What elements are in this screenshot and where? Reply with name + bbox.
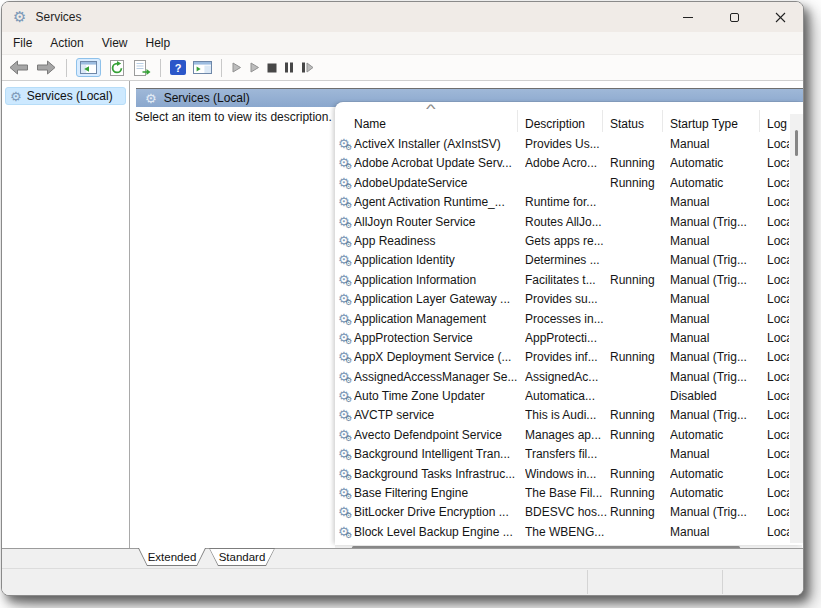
tab-standard-label: Standard bbox=[219, 551, 266, 563]
maximize-button[interactable] bbox=[711, 2, 757, 32]
table-row[interactable]: ⚙⚙ Adobe Acrobat Update Serv... Adobe Ac… bbox=[335, 154, 789, 173]
menu-item[interactable]: Action bbox=[41, 32, 92, 54]
table-row[interactable]: ⚙⚙ Application Layer Gateway ... Provide… bbox=[335, 290, 789, 309]
start-service-button[interactable] bbox=[231, 62, 242, 73]
service-status bbox=[610, 445, 665, 464]
column-header-description[interactable]: Description bbox=[525, 117, 585, 131]
toolbar-separator bbox=[160, 59, 161, 77]
restart-service-button[interactable] bbox=[301, 62, 314, 73]
table-row[interactable]: ⚙⚙ AllJoyn Router Service Routes AllJo..… bbox=[335, 213, 789, 232]
toolbar: ? bbox=[2, 54, 803, 81]
table-row[interactable]: ⚙⚙ App Readiness Gets apps re... Manual … bbox=[335, 232, 789, 251]
menu-item[interactable]: File bbox=[4, 32, 41, 54]
table-row[interactable]: ⚙⚙ Base Filtering Engine The Base Fil...… bbox=[335, 484, 789, 503]
table-row[interactable]: ⚙⚙ Agent Activation Runtime_... Runtime … bbox=[335, 193, 789, 212]
show-console-tree-button[interactable] bbox=[76, 58, 101, 77]
service-startup-type: Disabled bbox=[670, 387, 762, 406]
menu-item[interactable]: Help bbox=[137, 32, 180, 54]
stop-service-button[interactable] bbox=[267, 63, 277, 73]
service-status: Running bbox=[610, 484, 665, 503]
service-gear-icon: ⚙⚙ bbox=[338, 232, 354, 251]
column-header-log-on-as[interactable]: Log bbox=[767, 117, 787, 131]
service-name: Base Filtering Engine bbox=[354, 484, 521, 503]
service-name: Avecto Defendpoint Service bbox=[354, 426, 521, 445]
column-header-name[interactable]: Name bbox=[354, 117, 386, 131]
service-name: AssignedAccessManager Se... bbox=[354, 368, 521, 387]
table-row[interactable]: ⚙⚙ Avecto Defendpoint Service Manages ap… bbox=[335, 426, 789, 445]
table-row[interactable]: ⚙⚙ Application Identity Determines ... M… bbox=[335, 251, 789, 270]
resume-service-button[interactable] bbox=[249, 62, 260, 73]
tab-standard[interactable]: Standard bbox=[209, 548, 275, 566]
header-separator bbox=[602, 110, 603, 132]
service-status: Running bbox=[610, 406, 665, 425]
export-list-button[interactable] bbox=[133, 60, 151, 76]
forward-button[interactable] bbox=[36, 60, 57, 75]
service-description: Runtime for... bbox=[525, 193, 607, 212]
vertical-scrollbar-thumb[interactable] bbox=[795, 130, 798, 156]
service-gear-icon: ⚙⚙ bbox=[338, 406, 354, 425]
service-status: Running bbox=[610, 426, 665, 445]
service-gear-icon: ⚙⚙ bbox=[338, 387, 354, 406]
service-description: AppProtecti... bbox=[525, 329, 607, 348]
table-row[interactable]: ⚙⚙ AVCTP service This is Audi... Running… bbox=[335, 406, 789, 425]
table-row[interactable]: ⚙⚙ Application Management Processes in..… bbox=[335, 310, 789, 329]
back-button[interactable] bbox=[8, 60, 29, 75]
service-rows: ⚙⚙ ActiveX Installer (AxInstSV) Provides… bbox=[335, 135, 789, 545]
table-row[interactable]: ⚙⚙ Background Intelligent Tran... Transf… bbox=[335, 445, 789, 464]
service-status: Running bbox=[610, 271, 665, 290]
service-status bbox=[610, 135, 665, 154]
service-name: Background Intelligent Tran... bbox=[354, 445, 521, 464]
table-row[interactable]: ⚙⚙ AppX Deployment Service (... Provides… bbox=[335, 348, 789, 367]
header-separator bbox=[759, 110, 760, 132]
service-description: Provides inf... bbox=[525, 348, 607, 367]
close-button[interactable] bbox=[757, 2, 803, 32]
table-row[interactable]: ⚙⚙ ActiveX Installer (AxInstSV) Provides… bbox=[335, 135, 789, 154]
table-row[interactable]: ⚙⚙ BitLocker Drive Encryption ... BDESVC… bbox=[335, 503, 789, 522]
show-action-pane-button[interactable] bbox=[193, 61, 212, 74]
service-status bbox=[610, 310, 665, 329]
service-startup-type: Manual bbox=[670, 135, 762, 154]
window-controls bbox=[665, 2, 803, 32]
service-description: The WBENG... bbox=[525, 523, 607, 542]
menu-item[interactable]: View bbox=[93, 32, 137, 54]
help-button[interactable]: ? bbox=[170, 60, 186, 75]
table-row[interactable]: ⚙⚙ AppProtection Service AppProtecti... … bbox=[335, 329, 789, 348]
minimize-button[interactable] bbox=[665, 2, 711, 32]
export-list-icon bbox=[133, 60, 151, 76]
refresh-button[interactable] bbox=[108, 60, 126, 76]
table-row[interactable]: ⚙⚙ Block Level Backup Engine ... The WBE… bbox=[335, 523, 789, 542]
tab-extended[interactable]: Extended bbox=[138, 548, 206, 566]
service-description: Provides Us... bbox=[525, 135, 607, 154]
service-description: Determines ... bbox=[525, 251, 607, 270]
service-description: Provides su... bbox=[525, 290, 607, 309]
table-row[interactable]: ⚙⚙ AdobeUpdateService Running Automatic … bbox=[335, 174, 789, 193]
service-gear-icon: ⚙⚙ bbox=[338, 329, 354, 348]
table-row[interactable]: ⚙⚙ AssignedAccessManager Se... AssignedA… bbox=[335, 368, 789, 387]
table-row[interactable]: ⚙⚙ Background Tasks Infrastruc... Window… bbox=[335, 465, 789, 484]
service-log-on-as: Loca bbox=[767, 445, 789, 464]
service-log-on-as: Loca bbox=[767, 154, 789, 173]
service-log-on-as: Loca bbox=[767, 426, 789, 445]
service-name: Application Layer Gateway ... bbox=[354, 290, 521, 309]
service-gear-icon: ⚙⚙ bbox=[338, 251, 354, 270]
column-header-status[interactable]: Status bbox=[610, 117, 644, 131]
maximize-icon bbox=[730, 13, 739, 22]
services-list: Name ^ Description Status Startup Type L… bbox=[335, 102, 803, 545]
service-description: Windows in... bbox=[525, 465, 607, 484]
service-gear-icon: ⚙⚙ bbox=[338, 213, 354, 232]
service-log-on-as: Loca bbox=[767, 406, 789, 425]
table-row[interactable]: ⚙⚙ Auto Time Zone Updater Automatica... … bbox=[335, 387, 789, 406]
banner-title: Services (Local) bbox=[164, 91, 250, 105]
stop-service-icon bbox=[267, 63, 277, 73]
minimize-icon bbox=[683, 17, 693, 18]
tree-item-services-local[interactable]: ⚙ Services (Local) bbox=[5, 87, 126, 105]
service-name: Agent Activation Runtime_... bbox=[354, 193, 521, 212]
service-startup-type: Automatic bbox=[670, 426, 762, 445]
table-row[interactable]: ⚙⚙ Application Information Facilitates t… bbox=[335, 271, 789, 290]
service-status bbox=[610, 329, 665, 348]
column-header-startup-type[interactable]: Startup Type bbox=[670, 117, 738, 131]
service-gear-icon: ⚙⚙ bbox=[338, 271, 354, 290]
pause-service-button[interactable] bbox=[284, 62, 294, 73]
service-log-on-as: Loca bbox=[767, 174, 789, 193]
vertical-scrollbar[interactable] bbox=[790, 114, 803, 543]
